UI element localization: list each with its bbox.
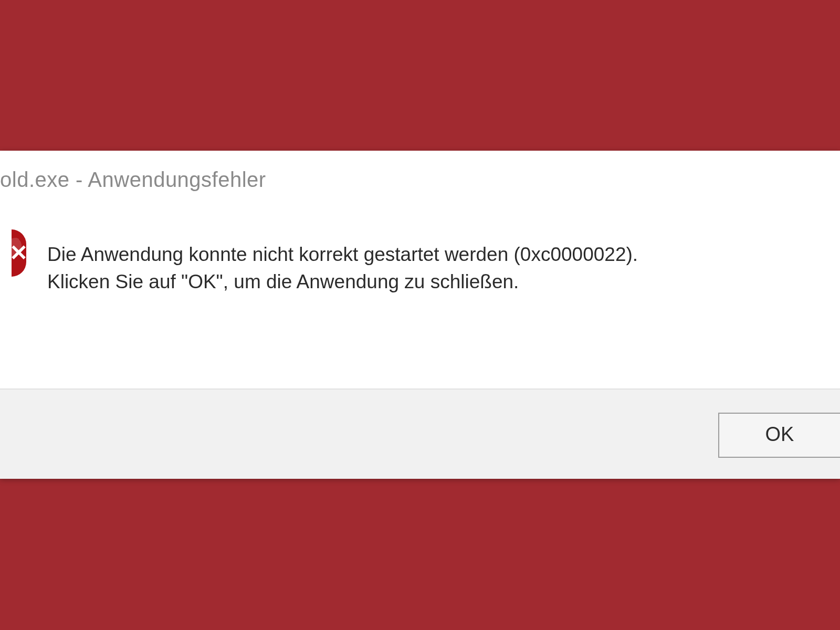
- dialog-message-column: Die Anwendung konnte nicht korrekt gesta…: [26, 229, 638, 296]
- dialog-title: old.exe - Anwendungsfehler: [0, 168, 266, 192]
- error-icon: [12, 229, 26, 277]
- dialog-titlebar[interactable]: old.exe - Anwendungsfehler: [0, 151, 840, 208]
- dialog-icon-column: [0, 229, 26, 277]
- dialog-message-line1: Die Anwendung konnte nicht korrekt gesta…: [47, 241, 638, 268]
- error-dialog: old.exe - Anwendungsfehler Die Anwendung…: [0, 151, 840, 479]
- dialog-message-line2: Klicken Sie auf "OK", um die Anwendung z…: [47, 268, 638, 296]
- dialog-body: Die Anwendung konnte nicht korrekt gesta…: [0, 208, 840, 327]
- ok-button[interactable]: OK: [718, 413, 840, 458]
- dialog-button-bar: OK: [0, 388, 840, 479]
